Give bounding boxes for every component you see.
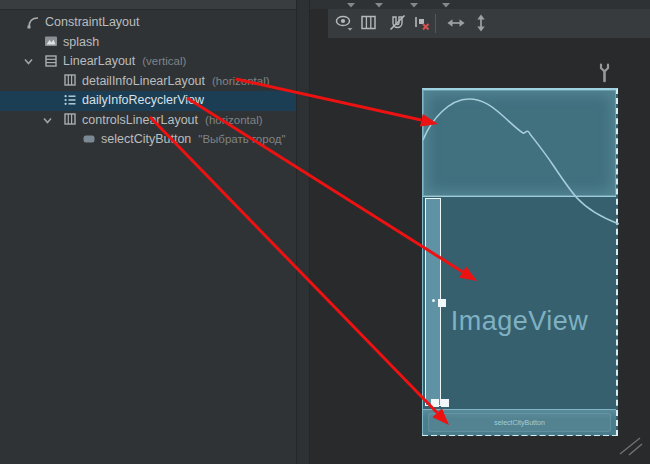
toolbar-separator [435, 14, 436, 33]
selection-handle-bottom-right[interactable] [441, 399, 449, 407]
image-icon [44, 34, 58, 48]
tree-item-detail-info-linear-layout[interactable]: detailInfoLinearLayout(horizontal) [0, 72, 296, 92]
tree-item-meta: (vertical) [142, 55, 186, 67]
component-tree-panel: ConstraintLayout splash LinearLayout(ver… [0, 0, 296, 464]
tree-item-label: LinearLayout [63, 54, 135, 68]
expand-vertical-icon[interactable] [471, 13, 491, 33]
linear-layout-vertical-icon [44, 54, 58, 68]
top-toolbar-cutoff-strip [310, 0, 650, 9]
resize-grip-icon[interactable] [616, 434, 646, 462]
tree-item-constraint-layout[interactable]: ConstraintLayout [0, 13, 296, 33]
controls-bar[interactable]: selectCityButton [423, 409, 616, 435]
anchor-dot [432, 299, 435, 302]
tree-item-label: controlsLinearLayout [82, 113, 198, 127]
tree-item-splash[interactable]: splash [0, 33, 296, 53]
tree-item-label: detailInfoLinearLayout [82, 74, 205, 88]
phone-preview[interactable]: ImageView selectCityButton [422, 88, 618, 436]
panel-header-strip [0, 0, 296, 10]
design-toolbar [328, 9, 650, 39]
tree-item-meta: (horizontal) [212, 75, 270, 87]
design-surface[interactable]: ImageView selectCityButton [310, 0, 650, 464]
tree-item-label: splash [63, 35, 99, 49]
chevron-down-icon[interactable] [22, 55, 35, 68]
tree-item-meta: "Выбрать город" [198, 133, 285, 145]
clear-constraints-icon[interactable] [412, 13, 432, 33]
layout-editor-window: ConstraintLayout splash LinearLayout(ver… [0, 0, 650, 464]
tree-item-daily-info-recycler-view[interactable]: dailyInfoRecyclerView [0, 91, 296, 111]
expand-horizontal-icon[interactable] [446, 13, 466, 33]
chevron-down-icon[interactable] [41, 114, 54, 127]
chart-curve [423, 90, 619, 230]
tree-item-label: ConstraintLayout [45, 15, 140, 29]
wrench-icon [598, 63, 611, 87]
panel-splitter[interactable] [296, 0, 310, 464]
autoconnect-off-icon[interactable] [388, 13, 408, 33]
selection-handle-right[interactable] [438, 299, 446, 307]
tree-item-controls-linear-layout[interactable]: controlsLinearLayout(horizontal) [0, 111, 296, 131]
tree-item-linear-layout[interactable]: LinearLayout(vertical) [0, 52, 296, 72]
orientation-columns-icon[interactable] [359, 13, 379, 33]
select-city-button-preview[interactable]: selectCityButton [428, 413, 611, 432]
dropdown-caret-icon [409, 2, 419, 8]
component-tree: ConstraintLayout splash LinearLayout(ver… [0, 13, 296, 150]
selection-handle-bottom-left[interactable] [431, 399, 439, 407]
tree-item-label: dailyInfoRecyclerView [82, 93, 204, 107]
recycler-view-icon [63, 93, 77, 107]
dropdown-caret-icon [346, 2, 356, 8]
tree-item-meta: (horizontal) [205, 114, 263, 126]
linear-layout-horizontal-icon [63, 112, 77, 126]
tree-item-label: selectCityButton [101, 132, 191, 146]
tree-item-select-city-button[interactable]: selectCityButton"Выбрать город" [0, 130, 296, 150]
view-options-icon[interactable] [334, 13, 354, 33]
linear-layout-horizontal-icon [63, 73, 77, 87]
button-icon [82, 132, 96, 146]
constraint-layout-icon [26, 15, 40, 29]
imageview-placeholder-label[interactable]: ImageView [423, 306, 616, 337]
dropdown-caret-icon [441, 2, 451, 8]
dropdown-caret-icon [374, 2, 384, 8]
